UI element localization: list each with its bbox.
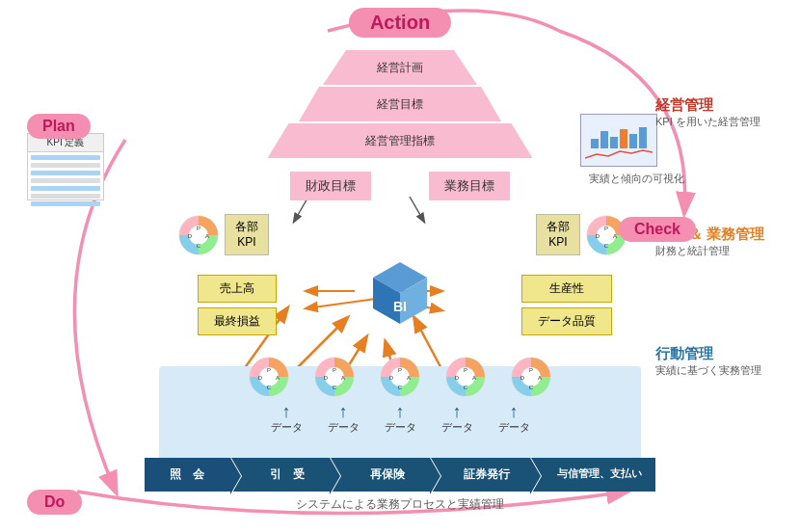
right-label-kodo: 行動管理 実績に基づく実務管理: [655, 345, 790, 378]
svg-text:A: A: [205, 233, 209, 239]
pdca-circle-left-kpi: P A C D: [178, 215, 219, 255]
chart-image: [580, 114, 657, 167]
svg-text:P: P: [529, 367, 533, 373]
mid-section: 財政目標 業務目標: [290, 172, 510, 200]
pdca-bottom-3: PACD: [380, 357, 420, 397]
svg-text:A: A: [407, 375, 411, 381]
svg-text:C: C: [197, 243, 201, 249]
svg-text:A: A: [472, 375, 476, 381]
svg-text:A: A: [613, 233, 617, 239]
pyramid-row-3: 経営管理指標: [268, 123, 533, 158]
svg-text:BI: BI: [393, 299, 407, 314]
kpi-doc: KPI 定義: [27, 133, 104, 200]
pdca-bottom-1: PACD: [249, 357, 289, 397]
value-seisansei: 生産性: [521, 275, 612, 303]
svg-text:D: D: [455, 375, 460, 381]
pyramid-row-2: 経営目標: [299, 87, 501, 121]
svg-text:C: C: [398, 385, 403, 390]
value-uriage: 売上高: [198, 275, 277, 303]
svg-text:P: P: [604, 226, 608, 231]
plan-label: Plan: [27, 114, 91, 139]
data-row: ↑ データ ↑ データ ↑ データ ↑ データ ↑ データ: [164, 403, 636, 435]
svg-text:C: C: [529, 385, 534, 390]
check-label: Check: [619, 217, 696, 242]
svg-text:C: C: [604, 243, 609, 249]
right-label-busho-sub: 財務と統計管理: [655, 244, 790, 258]
kpi-left-box: 各部KPI: [225, 214, 269, 255]
mid-right: 業務目標: [429, 172, 510, 200]
svg-text:D: D: [258, 375, 263, 381]
main-container: Action Plan Check Do KPI 定義: [0, 0, 800, 532]
bottom-pdca-row: PACD PACD PACD PACD PACD: [164, 357, 636, 397]
data-item-4: ↑ データ: [441, 403, 473, 435]
svg-text:A: A: [538, 375, 542, 381]
value-dataquality: データ品質: [521, 307, 612, 335]
process-box-2: 引 受: [231, 458, 331, 492]
data-item-5: ↑ データ: [498, 403, 530, 435]
svg-line-8: [307, 299, 376, 308]
svg-text:P: P: [197, 226, 200, 231]
svg-text:D: D: [389, 375, 394, 381]
data-item-2: ↑ データ: [328, 403, 360, 435]
kpi-right-box: 各部KPI: [536, 214, 580, 255]
right-label-kodo-sub: 実績に基づく実務管理: [655, 363, 790, 378]
do-label: Do: [27, 490, 82, 515]
svg-text:P: P: [464, 367, 467, 373]
svg-text:C: C: [267, 385, 272, 390]
process-box-3: 再保険: [331, 458, 430, 492]
process-box-4: 証券発行: [431, 458, 530, 492]
left-values: 売上高 最終損益: [198, 275, 277, 335]
process-row: 照 会 引 受 再保険 証券発行 与信管理、支払い: [145, 458, 655, 492]
process-box-5: 与信管理、支払い: [531, 458, 655, 492]
right-values: 生産性 データ品質: [521, 275, 612, 335]
mid-left: 財政目標: [290, 172, 371, 200]
bottom-subtitle: システムによる業務プロセスと実績管理: [296, 496, 504, 513]
right-label-kodo-main: 行動管理: [655, 345, 790, 363]
process-box-1: 照 会: [145, 458, 230, 492]
pdca-bottom-4: PACD: [445, 357, 486, 397]
pyramid-row-1: 経営計画: [323, 50, 477, 85]
svg-text:C: C: [464, 385, 468, 390]
value-losses: 最終損益: [198, 307, 277, 335]
bi-cube: BI: [369, 258, 431, 332]
right-label-keiei-main: 経営管理: [655, 96, 790, 115]
data-item-3: ↑ データ: [385, 403, 416, 435]
svg-text:C: C: [333, 385, 337, 390]
right-label-keiei: 経営管理 KPI を用いた経営管理: [655, 96, 790, 129]
svg-text:A: A: [341, 375, 345, 381]
svg-text:P: P: [267, 367, 271, 373]
pdca-bottom-2: PACD: [314, 357, 355, 397]
kpi-left-group: P A C D 各部KPI: [178, 214, 269, 255]
right-label-keiei-sub: KPI を用いた経営管理: [655, 115, 790, 129]
data-item-1: ↑ データ: [271, 403, 303, 435]
svg-text:D: D: [188, 233, 193, 239]
svg-text:P: P: [398, 367, 402, 373]
svg-text:P: P: [333, 367, 336, 373]
svg-text:D: D: [596, 233, 600, 239]
svg-text:D: D: [520, 375, 525, 381]
pdca-bottom-5: PACD: [511, 357, 551, 397]
svg-text:D: D: [324, 375, 329, 381]
svg-text:A: A: [276, 375, 280, 381]
kpi-right-group: 各部KPI P A C D: [536, 214, 627, 255]
action-label: Action: [349, 8, 451, 38]
